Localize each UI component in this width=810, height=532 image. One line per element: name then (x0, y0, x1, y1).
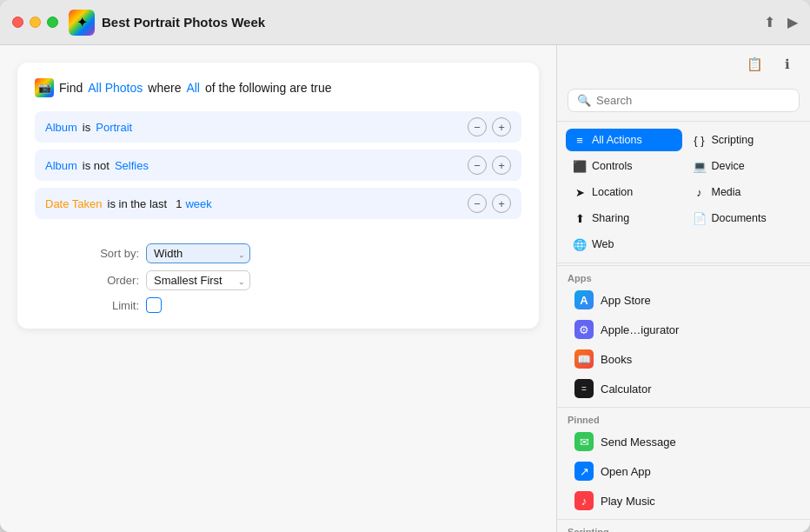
cat-btn-all-actions[interactable]: ≡ All Actions (566, 129, 682, 151)
cond1-field[interactable]: Album (45, 121, 77, 134)
window-title: Best Portrait Photos Week (102, 15, 764, 30)
scripting-icon: { } (693, 133, 707, 147)
sort-section: Sort by: Width Height Date Name Order: (35, 231, 521, 313)
limit-checkbox[interactable] (146, 297, 162, 313)
cat-btn-device[interactable]: 💻 Device (686, 155, 802, 177)
search-bar: 🔍 (557, 80, 810, 122)
cond3-operator[interactable]: is in the last (108, 197, 168, 210)
cat-btn-location[interactable]: ➤ Location (566, 181, 682, 203)
sidebar-add-button[interactable]: 📋 (742, 52, 767, 76)
search-input[interactable] (596, 94, 790, 107)
action-item-appstore[interactable]: A App Store (568, 285, 800, 315)
cond3-unit[interactable]: week (185, 197, 211, 210)
cat-label-documents: Documents (712, 212, 767, 224)
cat-btn-scripting[interactable]: { } Scripting (686, 129, 802, 151)
cat-label-controls: Controls (592, 160, 633, 172)
title-actions: ⬆ ▶ (764, 14, 798, 30)
find-header: 📷 Find All Photos where All of the follo… (35, 78, 521, 97)
configurator-label: Apple…igurator (601, 323, 679, 336)
cat-label-device: Device (712, 160, 745, 172)
cat-label-scripting: Scripting (712, 134, 754, 146)
cond2-value[interactable]: Selfies (115, 159, 149, 172)
cond3-field[interactable]: Date Taken (45, 197, 103, 210)
search-input-wrapper: 🔍 (568, 89, 800, 112)
category-grid: ≡ All Actions { } Scripting ⬛ Controls 💻… (557, 122, 810, 263)
sort-select[interactable]: Width Height Date Name (146, 243, 250, 263)
limit-row: Limit: (87, 297, 162, 313)
cat-btn-documents[interactable]: 📄 Documents (686, 207, 802, 229)
cat-label-location: Location (592, 186, 633, 198)
sort-select-wrapper: Width Height Date Name (146, 243, 250, 263)
sendmessage-label: Send Message (601, 436, 676, 449)
cond1-remove-button[interactable]: − (468, 117, 487, 136)
location-icon: ➤ (573, 185, 587, 199)
condition-row: Album is Portrait − + (35, 111, 521, 143)
pinned-section: Pinned ✉ Send Message ↗ Open App ♪ Play … (557, 409, 810, 517)
cat-label-web: Web (592, 238, 614, 250)
sidebar: 📋 ℹ 🔍 ≡ All Actions { } (556, 45, 810, 532)
media-icon: ♪ (693, 185, 707, 199)
cond3-number[interactable]: 1 (176, 197, 182, 210)
pinned-item-openapp[interactable]: ↗ Open App (568, 456, 800, 486)
cat-btn-web[interactable]: 🌐 Web (566, 233, 682, 256)
cat-btn-sharing[interactable]: ⬆ Sharing (566, 207, 682, 229)
find-quantifier[interactable]: All (186, 81, 200, 95)
cond1-operator[interactable]: is (83, 121, 90, 134)
pinned-item-playmusic[interactable]: ♪ Play Music (568, 486, 800, 515)
sidebar-info-button[interactable]: ℹ (775, 52, 800, 76)
photos-icon: 📷 (35, 78, 54, 97)
find-suffix: of the following are true (205, 81, 332, 95)
main-content: 📷 Find All Photos where All of the follo… (0, 45, 810, 532)
scripting-section-label: Scripting (568, 527, 800, 532)
condition-row: Album is not Selfies − + (35, 150, 521, 181)
main-window: ✦ Best Portrait Photos Week ⬆ ▶ 📷 Find A… (0, 0, 810, 532)
cond2-remove-button[interactable]: − (468, 156, 487, 175)
order-select[interactable]: Smallest First Largest First (146, 270, 250, 290)
share-button[interactable]: ⬆ (764, 14, 775, 30)
find-prefix: Find (59, 81, 83, 95)
cat-label-sharing: Sharing (592, 212, 629, 224)
calculator-icon: = (574, 379, 594, 398)
sendmessage-icon: ✉ (574, 432, 594, 451)
search-icon: 🔍 (577, 94, 591, 107)
close-button[interactable] (12, 17, 23, 28)
order-label: Order: (87, 274, 139, 287)
action-item-configurator[interactable]: ⚙ Apple…igurator (568, 315, 800, 344)
play-button[interactable]: ▶ (787, 14, 798, 30)
apps-section-label: Apps (568, 273, 800, 283)
cond2-add-button[interactable]: + (492, 156, 511, 175)
cond2-operator[interactable]: is not (83, 159, 110, 172)
maximize-button[interactable] (47, 17, 58, 28)
order-row: Order: Smallest First Largest First (87, 270, 250, 290)
cond2-field[interactable]: Album (45, 159, 77, 172)
sidebar-scroll: ≡ All Actions { } Scripting ⬛ Controls 💻… (557, 122, 810, 532)
controls-icon: ⬛ (573, 159, 587, 173)
pinned-item-sendmessage[interactable]: ✉ Send Message (568, 427, 800, 456)
scripting-section: Scripting ≡ Comment ▣ Show Result ⚠ Show… (557, 522, 810, 532)
appstore-label: App Store (601, 294, 651, 307)
action-item-books[interactable]: 📖 Books (568, 344, 800, 374)
cat-label-all-actions: All Actions (592, 134, 642, 146)
cond3-remove-button[interactable]: − (468, 194, 487, 213)
find-source[interactable]: All Photos (88, 81, 143, 95)
playmusic-label: Play Music (601, 495, 655, 508)
app-icon: ✦ (69, 10, 95, 36)
separator3 (557, 519, 810, 520)
separator2 (557, 407, 810, 408)
cond1-value[interactable]: Portrait (96, 121, 132, 134)
all-actions-icon: ≡ (573, 133, 587, 147)
web-icon: 🌐 (573, 237, 587, 251)
find-photos-card: 📷 Find All Photos where All of the follo… (17, 63, 539, 329)
cat-btn-controls[interactable]: ⬛ Controls (566, 155, 682, 177)
apps-section: Apps A App Store ⚙ Apple…igurator 📖 Book… (557, 268, 810, 405)
documents-icon: 📄 (693, 211, 707, 225)
cond3-add-button[interactable]: + (492, 194, 511, 213)
cat-btn-media[interactable]: ♪ Media (686, 181, 802, 203)
calculator-label: Calculator (601, 382, 652, 396)
order-select-wrapper: Smallest First Largest First (146, 270, 250, 290)
action-item-calculator[interactable]: = Calculator (568, 374, 800, 403)
sidebar-top-actions: 📋 ℹ (557, 45, 810, 80)
cond1-add-button[interactable]: + (492, 117, 511, 136)
books-label: Books (601, 353, 632, 366)
minimize-button[interactable] (30, 17, 41, 28)
